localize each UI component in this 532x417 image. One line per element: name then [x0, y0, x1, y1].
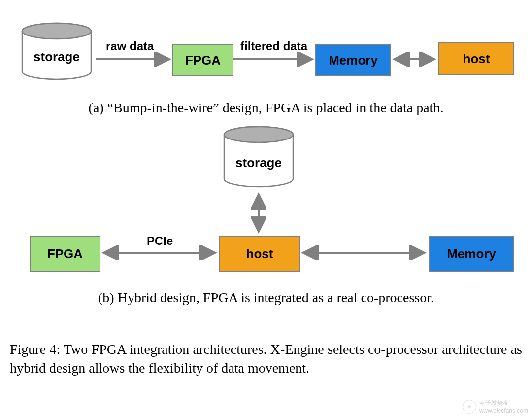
diagram-a-fpga-label: FPGA	[185, 53, 221, 68]
diagram-b-storage-label: storage	[222, 126, 296, 195]
watermark-line1: 电子发烧友	[479, 399, 528, 407]
diagram-a-arrow-storage-fpga	[95, 52, 171, 67]
figure-caption: Figure 4: Two FPGA integration architect…	[10, 340, 522, 378]
figure-container: storage FPGA Memory host raw data filter…	[0, 0, 532, 417]
diagram-a-storage-cylinder: storage	[20, 22, 94, 81]
watermark: ✦ 电子发烧友 www.elecfans.com	[463, 399, 528, 414]
diagram-a-fpga-box: FPGA	[172, 44, 233, 76]
watermark-logo-icon: ✦	[463, 400, 476, 414]
diagram-b-caption: (b) Hybrid design, FPGA is integrated as…	[30, 288, 502, 307]
diagram-a-storage-label: storage	[20, 22, 94, 86]
diagram-b-memory-box: Memory	[429, 236, 514, 272]
diagram-b-arrow1-label: PCIe	[147, 234, 173, 248]
diagram-b-arrow-storage-host	[251, 191, 266, 235]
diagram-a-host-label: host	[463, 51, 490, 67]
watermark-line2: www.elecfans.com	[479, 407, 528, 414]
diagram-a-caption: (a) “Bump-in-the-wire” design, FPGA is p…	[15, 99, 517, 117]
diagram-b-host-label: host	[246, 246, 273, 262]
diagram-a-host-box: host	[438, 42, 514, 75]
diagram-b-memory-label: Memory	[447, 246, 496, 262]
diagram-b-host-box: host	[219, 236, 300, 272]
diagram-b-storage-cylinder: storage	[222, 126, 296, 190]
diagram-a-arrow-memory-host	[391, 52, 437, 67]
diagram-b-arrow-host-memory	[300, 245, 428, 260]
diagram-a-arrow-fpga-memory	[233, 52, 314, 67]
diagram-a-memory-label: Memory	[329, 53, 378, 68]
diagram-b-fpga-box: FPGA	[30, 236, 100, 272]
diagram-a-arrow2-label: filtered data	[240, 39, 307, 53]
diagram-a-memory-box: Memory	[315, 44, 391, 76]
diagram-a-arrow1-label: raw data	[106, 39, 154, 53]
diagram-b-fpga-label: FPGA	[47, 246, 83, 262]
